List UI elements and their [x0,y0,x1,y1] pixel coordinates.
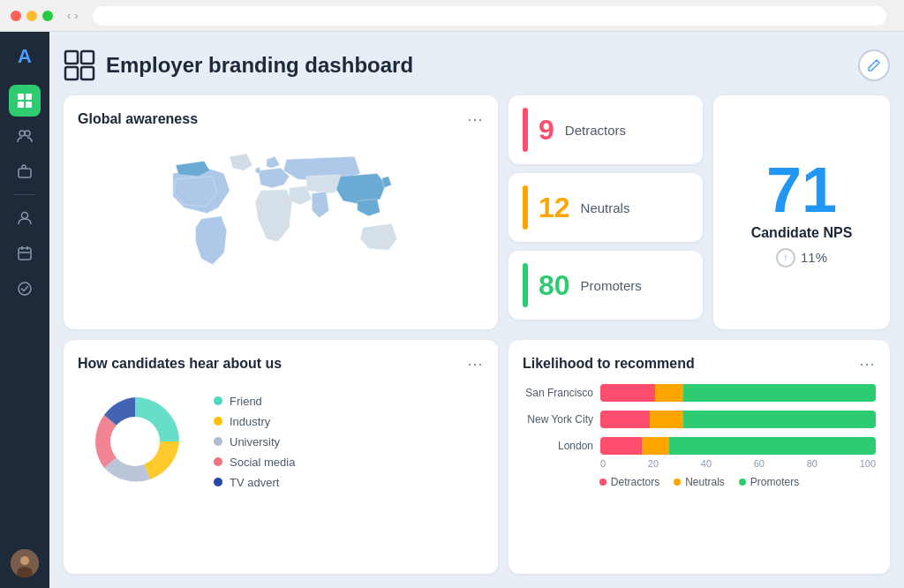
detractors-bar [523,108,528,152]
hear-about-us-content: Friend Industry University Social m [78,384,484,499]
address-bar[interactable] [93,6,886,26]
legend-label-friend: Friend [230,395,262,408]
bar-seg-sf-green [683,384,876,402]
axis-60: 60 [754,458,765,469]
up-arrow-icon: ↑ [776,248,795,268]
chart-legend-dot-promoters [739,479,746,486]
app-container: A [0,32,904,588]
page-title: Employer branding dashboard [106,53,413,78]
global-awareness-card: Global awareness ⋯ [64,95,498,329]
promoters-bar [523,263,528,307]
pencil-icon [867,58,881,72]
axis-80: 80 [807,458,817,469]
nps-number: 71 [766,158,837,222]
world-map-svg [78,139,484,298]
nav-arrows: ‹ › [67,9,79,22]
bar-seg-london-red [600,437,642,455]
legend-item-tv: TV advert [214,476,295,489]
legend-item-friend: Friend [214,395,295,408]
svg-rect-8 [19,248,31,260]
neutrals-card: 12 Neutrals [508,173,703,242]
promoters-card: 80 Promoters [508,251,703,320]
calendar-icon [17,245,33,261]
likelihood-title: Likelihood to recommend [523,356,695,372]
dashboard-grid-icon [17,93,33,109]
nps-label: Candidate NPS [751,225,853,241]
sidebar-item-people[interactable] [9,120,41,152]
neutrals-bar [523,185,528,230]
bar-seg-nyc-red [600,411,650,428]
bar-seg-sf-yellow [655,384,682,402]
header-left: Employer branding dashboard [64,49,413,81]
global-awareness-more[interactable]: ⋯ [467,109,484,129]
axis-0: 0 [600,458,606,469]
svg-rect-0 [18,94,24,100]
chart-legend-label-detractors: Detractors [611,476,659,488]
user-avatar[interactable] [11,549,39,577]
legend-label-university: University [230,435,280,449]
sidebar-item-calendar[interactable] [9,237,41,269]
promoters-number: 80 [539,269,570,302]
dashboard-grid: Global awareness ⋯ [64,95,890,574]
legend-item-industry: Industry [214,415,295,428]
avatar-image [11,549,39,577]
axis-labels: 0 20 40 60 80 100 [600,458,876,469]
main-content: Employer branding dashboard Global aware… [49,32,904,588]
sidebar-item-tasks[interactable] [9,273,41,305]
sidebar-logo[interactable]: A [11,42,39,71]
legend-dot-tv [214,478,222,486]
detractors-card: 9 Detractors [508,95,703,164]
legend-dot-university [214,437,222,446]
axis-20: 20 [648,458,659,469]
chart-legend-dot-detractors [599,479,606,486]
back-arrow[interactable]: ‹ [67,9,71,22]
global-awareness-title: Global awareness [78,111,198,127]
page-header: Employer branding dashboard [64,46,890,85]
metrics-column: 9 Detractors 12 Neutrals 80 Promoters [508,95,703,329]
legend-item-social: Social media [214,456,295,469]
detractors-label: Detractors [565,123,626,138]
hear-about-us-more[interactable]: ⋯ [467,354,484,373]
svg-point-17 [110,417,160,466]
bar-label-sf: San Francisco [523,387,593,399]
people-icon [17,128,33,144]
forward-arrow[interactable]: › [74,9,78,22]
browser-chrome: ‹ › [0,0,904,32]
bar-label-nyc: New York City [523,413,593,426]
close-button[interactable] [11,11,21,21]
edit-button[interactable] [858,49,890,81]
donut-chart [78,384,192,499]
legend-label-industry: Industry [230,415,270,428]
dashboard-header-icon [64,49,95,81]
likelihood-more[interactable]: ⋯ [859,354,876,373]
chart-legend-dot-neutrals [674,479,681,486]
legend-dot-social [214,457,222,466]
maximize-button[interactable] [42,11,53,21]
sidebar: A [0,32,49,588]
legend-dot-industry [214,417,222,426]
bar-row-nyc: New York City [523,411,876,428]
svg-point-5 [25,131,30,136]
svg-rect-16 [81,67,94,79]
bar-track-sf [600,384,876,402]
chart-bottom-legend: Detractors Neutrals Promoters [523,476,876,488]
svg-point-7 [22,213,28,219]
legend-dot-friend [214,396,222,405]
global-awareness-header: Global awareness ⋯ [78,109,484,129]
sidebar-item-cases[interactable] [9,155,41,187]
minimize-button[interactable] [26,11,37,21]
svg-point-4 [19,131,25,136]
chart-legend-label-neutrals: Neutrals [685,476,725,488]
bar-row-london: London [523,437,876,455]
legend-item-university: University [214,435,295,449]
svg-rect-2 [18,102,24,108]
axis-40: 40 [701,458,712,469]
bar-track-nyc [600,411,876,428]
legend-label-social: Social media [230,456,295,469]
sidebar-item-profile[interactable] [9,202,41,234]
sidebar-item-dashboard[interactable] [9,85,41,117]
svg-rect-1 [26,94,32,100]
chart-legend-neutrals: Neutrals [674,476,725,488]
neutrals-number: 12 [539,192,570,224]
likelihood-card: Likelihood to recommend ⋯ San Francisco … [508,340,890,574]
